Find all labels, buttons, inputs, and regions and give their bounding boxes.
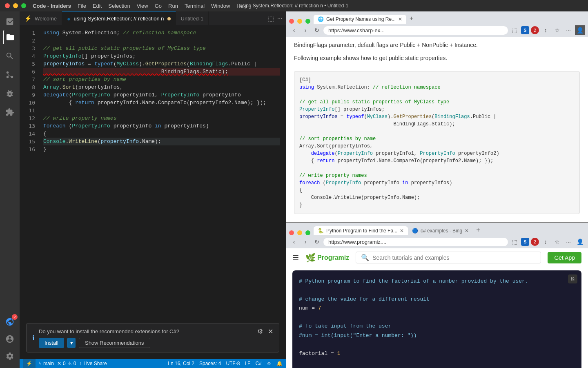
code-line-1: using System.Reflection; // reflection n… xyxy=(43,29,280,37)
browser-maximize[interactable] xyxy=(305,19,310,24)
browser-top-new-tab[interactable]: + xyxy=(406,13,416,24)
menu-view[interactable]: View xyxy=(137,3,148,9)
programiz-search-input[interactable] xyxy=(372,254,536,261)
browser-top-tab-1[interactable]: 🌐 Get Property Names using Re... ✕ xyxy=(314,15,406,24)
bottom-profile-badge[interactable]: 2 xyxy=(531,238,539,246)
browser-bottom-url-input[interactable] xyxy=(323,238,508,246)
split-editor-icon[interactable]: ⬚ xyxy=(268,15,274,22)
browser-bottom-forward[interactable]: › xyxy=(301,237,310,247)
activity-icon-search[interactable] xyxy=(3,49,17,63)
browser-top-tab-close[interactable]: ✕ xyxy=(398,16,402,22)
tab-welcome[interactable]: ⚡ Welcome xyxy=(20,11,62,25)
activity-icon-git[interactable] xyxy=(3,68,17,82)
menu-terminal[interactable]: Terminal xyxy=(185,3,205,9)
cursor-position[interactable]: Ln 16, Col 2 xyxy=(168,361,194,366)
activity-icon-remote[interactable]: 2 xyxy=(3,315,17,329)
menu-selection[interactable]: Selection xyxy=(108,3,130,9)
bottom-user-avatar[interactable]: 👤 xyxy=(575,237,585,247)
install-arrow-button[interactable]: ▾ xyxy=(67,338,76,348)
programiz-search[interactable]: 🔍 xyxy=(356,252,541,263)
errors-status[interactable]: ✕ 0 ⚠ 0 xyxy=(57,361,76,366)
bottom-s-icon[interactable]: S xyxy=(521,238,529,246)
browser-top-url-input[interactable] xyxy=(323,26,508,35)
browser-bottom-tab-1[interactable]: 🐍 Python Program to Find the Fa... ✕ xyxy=(314,226,408,235)
line-endings-status[interactable]: LF xyxy=(245,361,250,366)
bottom-bookmark-icon[interactable]: ☆ xyxy=(552,237,562,247)
encoding-status[interactable]: UTF-8 xyxy=(226,361,240,366)
copy-code-button[interactable]: ⎘ xyxy=(568,274,577,283)
extension-icon[interactable]: ⬚ xyxy=(510,25,519,35)
profile-badge[interactable]: 2 xyxy=(531,26,539,34)
browser-bottom-refresh[interactable]: ↻ xyxy=(312,237,322,247)
live-share-status[interactable]: ↑ Live Share xyxy=(79,361,107,366)
install-button[interactable]: Install xyxy=(39,338,64,348)
bottom-sync-icon[interactable]: ↕ xyxy=(541,237,550,247)
indentation-status[interactable]: Spaces: 4 xyxy=(199,361,221,366)
browser-forward-btn[interactable]: › xyxy=(301,25,310,35)
menu-go[interactable]: Go xyxy=(155,3,162,9)
browser-bottom-tab-close-1[interactable]: ✕ xyxy=(400,228,404,234)
activity-icon-debug[interactable] xyxy=(3,87,17,100)
language-status[interactable]: C# xyxy=(255,361,261,366)
bookmark-icon[interactable]: ☆ xyxy=(552,25,562,35)
activity-icon-explorer[interactable] xyxy=(3,30,17,44)
menu-window[interactable]: Window xyxy=(211,3,230,9)
notification-area: ℹ Do you want to install the recommended… xyxy=(20,320,286,359)
warning-count: 0 xyxy=(74,361,76,366)
user-avatar-top[interactable]: 👤 xyxy=(575,25,585,35)
menu-run[interactable]: Run xyxy=(168,3,178,9)
menu-edit[interactable]: Edit xyxy=(93,3,102,9)
bc-line-2: // get all public static properties of M… xyxy=(299,98,575,106)
close-button[interactable] xyxy=(5,3,10,8)
browser-bottom-minimize[interactable] xyxy=(297,230,302,235)
show-recommendations-button[interactable]: Show Recommendations xyxy=(79,338,150,348)
smiley-icon: ☺ xyxy=(267,361,272,366)
menu-file[interactable]: File xyxy=(78,3,86,9)
browser-tab-favicon-1: 🌐 xyxy=(318,16,324,22)
svg-point-2 xyxy=(7,76,9,78)
vscode-panel: 2 ⚡ Welcome xyxy=(0,11,286,368)
more-icon-top[interactable]: ··· xyxy=(564,25,573,35)
tab-reflection[interactable]: ● using System.Reflection; // reflection… xyxy=(62,11,176,25)
s-icon[interactable]: S xyxy=(521,26,529,34)
feedback-icon[interactable]: ☺ xyxy=(267,361,272,366)
hamburger-icon[interactable]: ☰ xyxy=(292,253,299,262)
activity-icon-extensions[interactable] xyxy=(3,105,17,119)
notification-bell-icon[interactable]: 🔔 xyxy=(276,361,283,366)
editor-content[interactable]: 12345 678910 1112131415 16 using System.… xyxy=(20,26,286,320)
activity-icon-welcome[interactable] xyxy=(3,15,17,29)
browser-top-content[interactable]: BindingFlags parameter, default flags ar… xyxy=(286,37,588,222)
browser-bottom-back[interactable]: ‹ xyxy=(289,237,299,247)
notification-gear-icon[interactable]: ⚙ xyxy=(257,328,263,335)
activity-icon-settings[interactable] xyxy=(3,349,17,363)
get-app-button[interactable]: Get App xyxy=(548,252,581,263)
browser-minimize[interactable] xyxy=(297,19,302,24)
bottom-ext-icon[interactable]: ⬚ xyxy=(510,237,519,247)
python-code-block[interactable]: ⎘ # Python program to find the factorial… xyxy=(292,270,581,368)
sync-icon[interactable]: ↕ xyxy=(541,25,550,35)
browser-bottom-urlbar: ‹ › ↻ ⬚ S 2 ↕ ☆ ··· 👤 xyxy=(286,235,588,248)
liveshare-icon: ↑ xyxy=(79,361,82,366)
browser-bottom-maximize[interactable] xyxy=(305,230,310,235)
more-actions-icon[interactable]: ··· xyxy=(277,15,283,22)
tab-untitled[interactable]: Untitled-1 xyxy=(176,11,209,25)
remote-status[interactable]: ⚡ xyxy=(23,359,36,368)
browser-close[interactable] xyxy=(289,19,294,24)
browser-bottom-tab-2[interactable]: 🔵 c# examples - Bing ✕ xyxy=(408,226,473,235)
browser-back-btn[interactable]: ‹ xyxy=(289,25,299,35)
editor-scrollbar[interactable] xyxy=(280,26,286,320)
git-status[interactable]: ⑂ main xyxy=(39,361,54,366)
notification-buttons: Install ▾ Show Recommendations xyxy=(39,338,273,348)
minimize-button[interactable] xyxy=(13,3,18,8)
browser-bottom-new-tab[interactable]: + xyxy=(473,225,483,235)
line-numbers: 12345 678910 1112131415 16 xyxy=(20,26,40,320)
browser-refresh-btn[interactable]: ↻ xyxy=(312,25,322,35)
notification-close-icon[interactable]: ✕ xyxy=(268,328,273,335)
activity-icon-accounts[interactable] xyxy=(3,332,17,346)
browser-bottom-tab-close-2[interactable]: ✕ xyxy=(465,228,469,234)
code-editor[interactable]: using System.Reflection; // reflection n… xyxy=(40,26,280,320)
encoding-label: UTF-8 xyxy=(226,361,240,366)
bottom-more-icon[interactable]: ··· xyxy=(564,237,573,247)
fullscreen-button[interactable] xyxy=(21,3,26,8)
browser-bottom-close[interactable] xyxy=(289,230,294,235)
